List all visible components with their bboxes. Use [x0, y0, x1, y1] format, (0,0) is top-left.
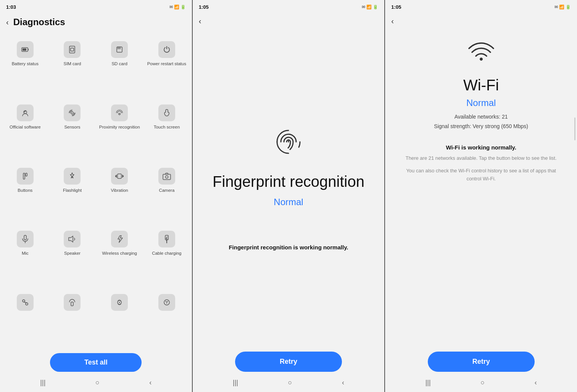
- camera-label: Camera: [159, 188, 174, 193]
- back-nav-btn-1[interactable]: ‹: [149, 379, 152, 387]
- retry-button-fp[interactable]: Retry: [235, 352, 342, 372]
- power-diag-icon: [158, 41, 175, 58]
- diag-sim[interactable]: SIM card: [49, 35, 96, 98]
- diag-buttons[interactable]: Buttons: [2, 162, 49, 225]
- wifi-title: Wi-Fi: [463, 77, 499, 94]
- nav-buttons-3: ||| ○ ‹: [385, 375, 577, 392]
- back-nav-btn-3[interactable]: ‹: [535, 379, 537, 387]
- fingerprint-icon: [273, 127, 304, 163]
- software-diag-icon: [17, 104, 34, 121]
- svg-rect-5: [117, 47, 122, 52]
- buttons-label: Buttons: [18, 188, 32, 193]
- diag-extra3[interactable]: [96, 288, 143, 345]
- wifi-info-title: Wi-Fi is working normally.: [400, 144, 562, 151]
- svg-point-26: [23, 300, 25, 302]
- battery-icon: 🔋: [181, 5, 186, 10]
- svg-point-31: [119, 302, 120, 303]
- back-button-2[interactable]: ‹: [199, 17, 201, 26]
- diag-software[interactable]: Official software: [2, 98, 49, 162]
- sensors-label: Sensors: [64, 124, 80, 130]
- power-label: Power restart status: [147, 61, 186, 67]
- status-bar-1: 1:03 ✉ 📶 🔋: [0, 0, 192, 12]
- wifi-icon: [467, 42, 495, 70]
- mail-icon-3: ✉: [554, 5, 558, 10]
- vibration-diag-icon: [111, 168, 128, 185]
- fingerprint-description: Fingerprint recognition is working norma…: [229, 244, 348, 251]
- status-icons-1: ✉ 📶 🔋: [169, 5, 186, 10]
- diag-extra2[interactable]: [49, 288, 96, 345]
- home-btn-3[interactable]: ○: [480, 379, 485, 387]
- wifi-content: Wi-Fi Normal Available networks: 21 Sign…: [385, 30, 577, 347]
- diag-battery[interactable]: Battery status: [2, 35, 49, 98]
- buttons-diag-icon: [17, 168, 34, 185]
- status-time-3: 1:05: [391, 4, 401, 10]
- signal-icon-3: 📶: [559, 5, 564, 10]
- back-button-1[interactable]: ‹: [6, 18, 9, 27]
- bottom-bar-2: Retry: [193, 347, 385, 375]
- speaker-diag-icon: [64, 231, 81, 247]
- diag-mic[interactable]: Mic: [2, 225, 49, 288]
- diag-wireless-charging[interactable]: Wireless charging: [96, 225, 143, 288]
- camera-diag-icon: [158, 168, 175, 185]
- extra2-diag-icon: [64, 294, 81, 311]
- diag-touch[interactable]: Touch screen: [143, 98, 190, 162]
- recent-apps-btn-1[interactable]: |||: [40, 379, 45, 387]
- wifi-networks: Available networks: 21: [434, 112, 528, 122]
- speaker-label: Speaker: [64, 251, 81, 256]
- diag-sensors[interactable]: Sensors: [49, 98, 96, 162]
- svg-point-33: [166, 303, 167, 304]
- status-bar-2: 1:05 ✉ 📶 🔋: [193, 0, 385, 12]
- svg-point-27: [26, 303, 28, 305]
- diag-vibration[interactable]: Vibration: [96, 162, 143, 225]
- phone-wifi: 1:05 ✉ 📶 🔋 ‹ Wi-Fi Normal Available netw…: [385, 0, 577, 392]
- nav-header-2: ‹: [193, 12, 385, 30]
- vibration-label: Vibration: [111, 188, 128, 193]
- svg-rect-1: [28, 49, 29, 50]
- touch-label: Touch screen: [154, 124, 180, 130]
- status-time-1: 1:03: [6, 4, 16, 10]
- recent-apps-btn-3[interactable]: |||: [425, 379, 431, 387]
- diag-extra4[interactable]: [143, 288, 190, 345]
- wireless-charging-diag-icon: [111, 231, 128, 247]
- nav-header-3: ‹: [385, 12, 577, 30]
- sd-diag-icon: [111, 41, 128, 58]
- battery-icon-3: 🔋: [566, 5, 571, 10]
- sim-label: SIM card: [63, 61, 81, 67]
- status-icons-3: ✉ 📶 🔋: [554, 5, 571, 10]
- phone-fingerprint: 1:05 ✉ 📶 🔋 ‹ Fingerprint recognition Nor…: [193, 0, 385, 392]
- home-btn-2[interactable]: ○: [288, 379, 292, 387]
- svg-point-10: [71, 112, 73, 114]
- diag-camera[interactable]: Camera: [143, 162, 190, 225]
- diag-power[interactable]: Power restart status: [143, 35, 190, 98]
- diag-extra1[interactable]: [2, 288, 49, 345]
- diag-flashlight[interactable]: Flashlight: [49, 162, 96, 225]
- test-all-button[interactable]: Test all: [50, 353, 142, 372]
- svg-rect-29: [71, 302, 73, 306]
- battery-diag-icon: [17, 41, 34, 58]
- diag-cable-charging[interactable]: Cable charging: [143, 225, 190, 288]
- back-nav-btn-2[interactable]: ‹: [342, 379, 344, 387]
- flashlight-diag-icon: [64, 168, 81, 185]
- bottom-bar-1: Test all: [0, 349, 192, 375]
- diag-proximity[interactable]: Proximity recognition: [96, 98, 143, 162]
- recent-apps-btn-2[interactable]: |||: [233, 379, 238, 387]
- retry-button-wifi[interactable]: Retry: [428, 352, 535, 372]
- svg-rect-14: [118, 174, 121, 178]
- home-btn-1[interactable]: ○: [95, 379, 100, 387]
- diag-speaker[interactable]: Speaker: [49, 225, 96, 288]
- back-button-3[interactable]: ‹: [391, 17, 394, 26]
- svg-rect-19: [163, 174, 171, 180]
- signal-icon: 📶: [174, 5, 179, 10]
- fingerprint-title: Fingerprint recognition: [213, 172, 364, 191]
- mail-icon: ✉: [169, 5, 173, 10]
- sd-label: SD card: [111, 61, 127, 67]
- phone-diagnostics: 1:03 ✉ 📶 🔋 ‹ Diagnostics Battery status …: [0, 0, 192, 392]
- proximity-diag-icon: [111, 104, 128, 121]
- nav-buttons-1: ||| ○ ‹: [0, 375, 192, 392]
- fingerprint-content: Fingerprint recognition Normal Fingerpri…: [193, 30, 385, 347]
- svg-point-20: [165, 175, 168, 178]
- wifi-info-text2: You can also check the Wi-Fi control his…: [400, 167, 562, 183]
- nav-header-1: ‹ Diagnostics: [0, 12, 192, 32]
- touch-diag-icon: [158, 104, 175, 121]
- diag-sd[interactable]: SD card: [96, 35, 143, 98]
